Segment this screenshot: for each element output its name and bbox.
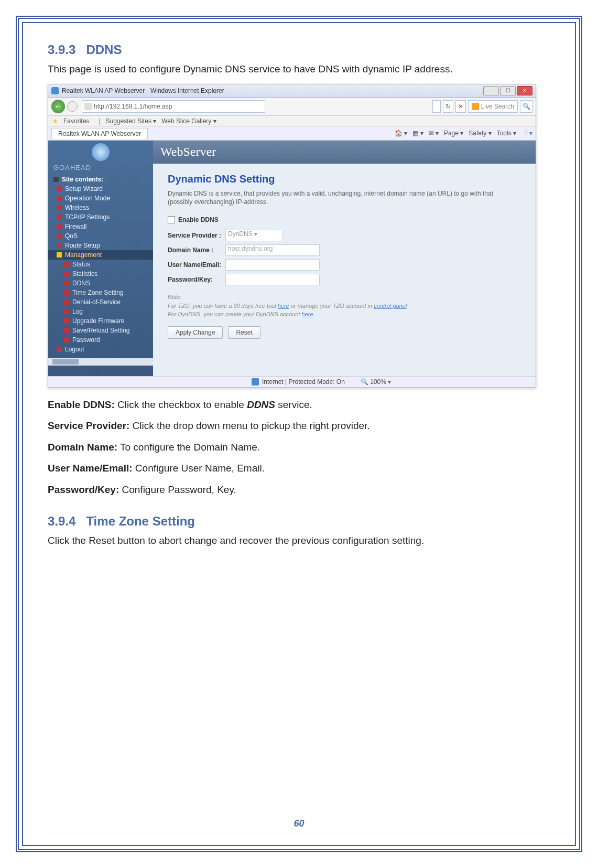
domain-name-label: Domain Name :: [168, 247, 225, 254]
sidebar-site-contents: Site contents:: [48, 175, 153, 184]
stop-button[interactable]: ✕: [455, 100, 466, 113]
domain-name-input[interactable]: host.dyndns.org: [225, 244, 320, 256]
sidebar-item-logout[interactable]: Logout: [48, 345, 153, 354]
feeds-icon[interactable]: ▦ ▾: [412, 130, 423, 137]
url-text: http://192.168.1.1/home.asp: [94, 103, 172, 110]
search-box[interactable]: Live Search: [468, 100, 518, 113]
page-description: Dynamic DNS is a service, that provides …: [168, 189, 503, 207]
read-mail-icon[interactable]: ✉ ▾: [429, 130, 439, 137]
ie-status-bar: Internet | Protected Mode: On 🔍 100% ▾: [48, 376, 536, 387]
desc-domain-name: Domain Name: To configure the Domain Nam…: [48, 441, 550, 455]
favorites-bar: ★ Favorites | Suggested Sites ▾ Web Slic…: [48, 116, 536, 127]
password-input[interactable]: [225, 274, 320, 285]
minimize-button[interactable]: –: [483, 86, 499, 95]
refresh-button[interactable]: ↻: [443, 100, 453, 113]
sidebar-item-ddns[interactable]: DDNS: [48, 278, 153, 288]
address-dropdown[interactable]: [432, 100, 441, 113]
dyndns-here-link[interactable]: here: [302, 311, 313, 317]
apply-change-button[interactable]: Apply Change: [168, 326, 223, 339]
sidebar-item-upgrade[interactable]: Upgrade Firmware: [48, 316, 153, 326]
enable-ddns-label: Enable DDNS: [178, 216, 219, 223]
page-menu[interactable]: Page ▾: [444, 130, 463, 137]
sidebar-item-save-reload[interactable]: Save/Reload Setting: [48, 326, 153, 335]
ie-icon: [51, 87, 59, 94]
desc-enable: Enable DDNS: Click the checkbox to enabl…: [48, 398, 550, 412]
sidebar-scrollbar[interactable]: [48, 358, 153, 366]
brand-label: GOAHEAD: [48, 164, 153, 175]
section-heading-ddns: 3.9.3DDNS: [48, 42, 550, 57]
webserver-banner: WebServer: [153, 141, 536, 164]
ie-window: Realtek WLAN AP Webserver - Windows Inte…: [48, 84, 536, 388]
sidebar-item-tcpip[interactable]: TCP/IP Settings: [48, 212, 153, 222]
favorites-star-icon[interactable]: ★: [52, 117, 58, 125]
desc-service-provider: Service Provider: Click the drop down me…: [48, 419, 550, 433]
intro-text-ddns: This page is used to configure Dynamic D…: [48, 62, 550, 77]
tzo-here-link[interactable]: here: [278, 303, 289, 309]
section-title: DDNS: [86, 42, 122, 57]
zone-icon: [252, 378, 259, 385]
window-titlebar: Realtek WLAN AP Webserver - Windows Inte…: [48, 84, 536, 98]
zoom-level[interactable]: 🔍 100% ▾: [361, 378, 391, 385]
section-heading-timezone: 3.9.4Time Zone Setting: [48, 514, 550, 529]
domain-name-row: Domain Name : host.dyndns.org: [168, 244, 503, 256]
zone-label: Internet | Protected Mode: On: [262, 378, 345, 385]
favorites-label: Favorites: [63, 117, 89, 125]
tab-label: Realtek WLAN AP Webserver: [58, 130, 141, 137]
service-provider-label: Service Provider :: [168, 232, 225, 239]
section-number: 3.9.3: [48, 42, 75, 57]
reset-button[interactable]: Reset: [228, 326, 260, 339]
window-title: Realtek WLAN AP Webserver - Windows Inte…: [62, 87, 224, 94]
back-button[interactable]: ←: [51, 100, 65, 113]
desc-username: User Name/Email: Configure User Name, Em…: [48, 462, 550, 476]
username-label: User Name/Email:: [168, 261, 225, 269]
username-input[interactable]: [225, 259, 320, 271]
tools-menu[interactable]: Tools ▾: [497, 130, 516, 137]
search-engine-label: Live Search: [481, 103, 514, 110]
sidebar-item-firewall[interactable]: Firewall: [48, 222, 153, 231]
page-content: GOAHEAD Site contents: Setup Wizard Oper…: [48, 141, 536, 376]
sidebar-item-log[interactable]: Log: [48, 307, 153, 316]
sidebar-item-time-zone[interactable]: Time Zone Setting: [48, 288, 153, 297]
note-head: Note:: [168, 294, 181, 300]
sidebar-item-statistics[interactable]: Statistics: [48, 269, 153, 278]
section-title-2: Time Zone Setting: [86, 514, 195, 528]
globe-logo: [48, 141, 153, 164]
enable-ddns-row: Enable DDNS: [168, 216, 503, 223]
maximize-button[interactable]: ☐: [500, 86, 516, 95]
tzo-control-panel-link[interactable]: control panel: [374, 303, 407, 309]
main-column: WebServer Dynamic DNS Setting Dynamic DN…: [153, 141, 536, 376]
sidebar-item-status[interactable]: Status: [48, 260, 153, 269]
browser-tab[interactable]: Realtek WLAN AP Webserver: [51, 128, 148, 139]
service-provider-row: Service Provider : DynDNS ▾: [168, 230, 503, 241]
page-icon: [84, 103, 92, 110]
close-button[interactable]: ✕: [517, 86, 532, 95]
sidebar-item-operation-mode[interactable]: Operation Mode: [48, 194, 153, 203]
sidebar-item-password[interactable]: Password: [48, 335, 153, 345]
address-bar-row: ← http://192.168.1.1/home.asp ↻ ✕ Live S…: [48, 98, 536, 116]
safety-menu[interactable]: Safety ▾: [469, 130, 491, 137]
service-provider-select[interactable]: DynDNS ▾: [225, 230, 283, 241]
web-slice-link[interactable]: Web Slice Gallery ▾: [161, 117, 216, 125]
help-icon[interactable]: ❔▾: [521, 130, 532, 137]
sidebar-item-setup-wizard[interactable]: Setup Wizard: [48, 184, 153, 194]
password-label: Password/Key:: [168, 276, 225, 283]
sidebar-item-qos[interactable]: QoS: [48, 231, 153, 241]
sidebar-item-route-setup[interactable]: Route Setup: [48, 241, 153, 250]
nav-sidebar: GOAHEAD Site contents: Setup Wizard Oper…: [48, 141, 153, 376]
tab-bar: Realtek WLAN AP Webserver 🏠 ▾ ▦ ▾ ✉ ▾ Pa…: [48, 127, 536, 141]
sidebar-item-management[interactable]: Management: [48, 250, 153, 260]
username-row: User Name/Email:: [168, 259, 503, 271]
home-icon[interactable]: 🏠 ▾: [395, 130, 407, 137]
search-button[interactable]: 🔍: [520, 100, 532, 113]
enable-ddns-checkbox[interactable]: [168, 216, 175, 223]
address-bar[interactable]: http://192.168.1.1/home.asp: [82, 100, 265, 113]
page-title: Dynamic DNS Setting: [168, 173, 503, 185]
live-search-icon: [472, 103, 479, 110]
forward-button[interactable]: [67, 101, 78, 112]
password-row: Password/Key:: [168, 274, 503, 285]
sidebar-item-wireless[interactable]: Wireless: [48, 203, 153, 212]
suggested-sites-link[interactable]: Suggested Sites ▾: [105, 117, 156, 125]
note-block: Note: For TZO, you can have a 30 days fr…: [168, 293, 503, 319]
sidebar-item-dos[interactable]: Denial-of-Service: [48, 297, 153, 307]
page-number: 60: [19, 818, 579, 829]
